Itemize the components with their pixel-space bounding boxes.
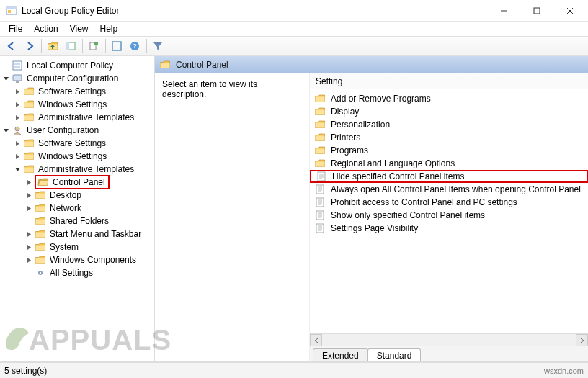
expander-icon[interactable] <box>12 86 23 97</box>
tree-item[interactable]: System <box>0 240 154 253</box>
svg-rect-8 <box>6 6 17 9</box>
scroll-right-button[interactable] <box>576 334 588 346</box>
list-item[interactable]: Printers <box>310 131 588 144</box>
svg-rect-23 <box>13 75 22 81</box>
list-item[interactable]: Regional and Language Options <box>310 157 588 170</box>
expander-icon[interactable] <box>23 202 35 214</box>
source-watermark: wsxdn.com <box>544 366 584 375</box>
svg-rect-9 <box>8 10 11 13</box>
expander-icon[interactable] <box>23 254 35 266</box>
svg-rect-21 <box>14 63 20 65</box>
menu-file[interactable]: File <box>3 22 28 35</box>
tree-pane[interactable]: Local Computer Policy Computer Configura… <box>0 56 155 361</box>
close-button[interactable] <box>553 0 587 22</box>
filter-button[interactable] <box>149 37 166 55</box>
expander-icon[interactable] <box>12 163 23 175</box>
tree-item[interactable]: Software Settings <box>0 137 154 150</box>
minimize-button[interactable] <box>487 0 520 22</box>
tree-item[interactable]: Shared Folders <box>0 215 154 228</box>
tree-item[interactable]: Network <box>0 202 154 215</box>
tab-standard[interactable]: Standard <box>368 348 422 361</box>
tree-item[interactable]: Windows Components <box>0 253 154 266</box>
folder-icon <box>35 202 46 214</box>
folder-icon <box>23 138 35 149</box>
statusbar: 5 setting(s) wsxdn.com <box>0 362 588 378</box>
tree-item[interactable]: Desktop <box>0 189 154 202</box>
user-icon <box>12 125 23 136</box>
list-item[interactable]: Add or Remove Programs <box>310 92 588 105</box>
folder-icon <box>314 119 326 130</box>
expander-icon[interactable] <box>12 112 23 123</box>
titlebar: Local Group Policy Editor <box>0 0 588 22</box>
tree-computer-config[interactable]: Computer Configuration <box>0 72 154 85</box>
folder-icon <box>314 106 326 117</box>
folder-icon <box>35 241 46 253</box>
tree-item[interactable]: Start Menu and Taskbar <box>0 228 154 240</box>
scroll-left-button[interactable] <box>310 334 322 346</box>
back-button[interactable] <box>3 37 20 55</box>
policy-icon <box>12 60 23 71</box>
up-button[interactable] <box>44 37 61 55</box>
tree-item[interactable]: Software Settings <box>0 85 154 98</box>
svg-rect-24 <box>16 81 19 83</box>
expander-icon[interactable] <box>23 241 35 253</box>
folder-icon <box>35 215 46 227</box>
tree-item[interactable]: Administrative Templates <box>0 111 154 124</box>
description-text: Select an item to view its description. <box>162 79 257 99</box>
scroll-track[interactable] <box>322 334 576 346</box>
list-item[interactable]: Prohibit access to Control Panel and PC … <box>310 196 588 209</box>
expander-icon[interactable] <box>23 176 35 188</box>
tree-root[interactable]: Local Computer Policy <box>0 59 154 72</box>
column-header-setting[interactable]: Setting <box>310 73 588 89</box>
tree-item[interactable]: All Settings <box>0 266 154 279</box>
folder-open-icon <box>37 176 49 188</box>
svg-rect-20 <box>13 61 22 70</box>
list-item[interactable]: Personalization <box>310 118 588 131</box>
menu-action[interactable]: Action <box>28 22 63 35</box>
policy-setting-icon <box>314 222 326 234</box>
list-item[interactable]: Show only specified Control Panel items <box>310 209 588 222</box>
folder-icon <box>23 150 35 162</box>
menu-view[interactable]: View <box>64 22 94 35</box>
folder-icon <box>35 189 46 201</box>
details-header: Control Panel <box>155 56 588 73</box>
export-button[interactable] <box>85 37 102 55</box>
folder-icon <box>314 145 326 156</box>
tree-item[interactable]: Windows Settings <box>0 98 154 111</box>
details-pane: Control Panel Select an item to view its… <box>155 56 588 361</box>
list-item-hide-specified[interactable]: Hide specified Control Panel items <box>310 170 588 183</box>
tree-control-panel[interactable]: Control Panel <box>0 176 154 189</box>
expander-icon[interactable] <box>12 99 23 110</box>
expander-icon[interactable] <box>0 125 12 136</box>
forward-button[interactable] <box>21 37 38 55</box>
help-button[interactable]: ? <box>126 37 143 55</box>
expander-icon[interactable] <box>12 138 23 149</box>
horizontal-scrollbar[interactable] <box>310 333 588 346</box>
settings-list[interactable]: Setting Add or Remove Programs Display P… <box>310 73 588 361</box>
tree-user-config[interactable]: User Configuration <box>0 124 154 137</box>
svg-point-25 <box>15 127 19 131</box>
show-hide-tree-button[interactable] <box>62 37 79 55</box>
menu-help[interactable]: Help <box>94 22 124 35</box>
svg-text:?: ? <box>133 42 137 50</box>
list-item[interactable]: Programs <box>310 144 588 157</box>
list-item[interactable]: Settings Page Visibility <box>310 222 588 235</box>
menubar: File Action View Help <box>0 22 588 36</box>
maximize-button[interactable] <box>520 0 553 22</box>
svg-rect-17 <box>112 42 121 50</box>
expander-icon[interactable] <box>23 189 35 201</box>
list-item[interactable]: Display <box>310 105 588 118</box>
description-column: Select an item to view its description. <box>155 73 310 361</box>
refresh-button[interactable] <box>108 37 125 55</box>
expander-icon[interactable] <box>12 150 23 162</box>
list-item[interactable]: Always open All Control Panel Items when… <box>310 183 588 196</box>
tab-extended[interactable]: Extended <box>313 348 368 361</box>
folder-icon <box>35 254 46 266</box>
tree-item[interactable]: Windows Settings <box>0 150 154 163</box>
expander-icon[interactable] <box>0 73 12 84</box>
expander-icon[interactable] <box>23 228 35 240</box>
policy-setting-icon <box>314 184 326 195</box>
policy-setting-icon <box>314 197 326 208</box>
tree-admin-templates[interactable]: Administrative Templates <box>0 163 154 176</box>
app-icon <box>6 5 17 17</box>
